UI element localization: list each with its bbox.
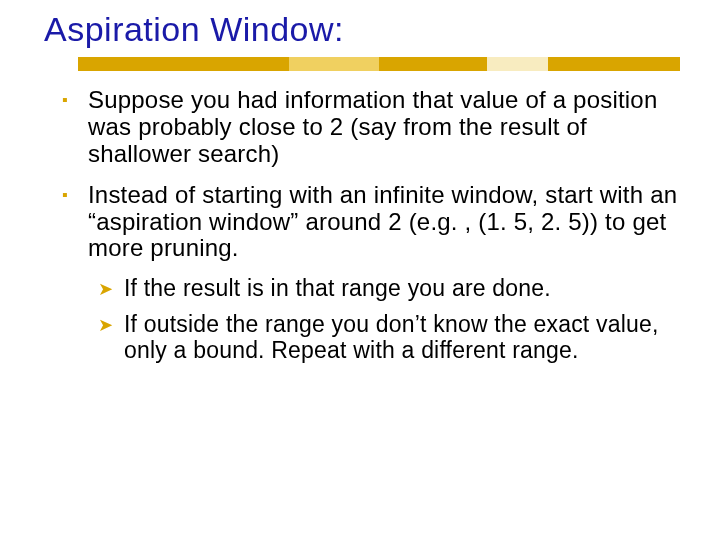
- bullet-text: Instead of starting with an infinite win…: [88, 182, 680, 263]
- slide-title: Aspiration Window:: [44, 10, 680, 49]
- accent-bar: [78, 57, 680, 71]
- slide-body: ▪ Suppose you had information that value…: [58, 87, 680, 364]
- bullet-item: ▪ Instead of starting with an infinite w…: [58, 182, 680, 263]
- sub-bullet-item: ➤ If the result is in that range you are…: [98, 276, 680, 302]
- chevron-right-icon: ➤: [98, 276, 124, 302]
- slide: Aspiration Window: ▪ Suppose you had inf…: [0, 0, 720, 540]
- sub-bullet-text: If outside the range you don’t know the …: [124, 312, 680, 364]
- square-bullet-icon: ▪: [58, 87, 88, 168]
- sub-bullet-item: ➤ If outside the range you don’t know th…: [98, 312, 680, 364]
- bullet-text: Suppose you had information that value o…: [88, 87, 680, 168]
- chevron-right-icon: ➤: [98, 312, 124, 364]
- square-bullet-icon: ▪: [58, 182, 88, 263]
- sub-bullet-text: If the result is in that range you are d…: [124, 276, 551, 302]
- bullet-item: ▪ Suppose you had information that value…: [58, 87, 680, 168]
